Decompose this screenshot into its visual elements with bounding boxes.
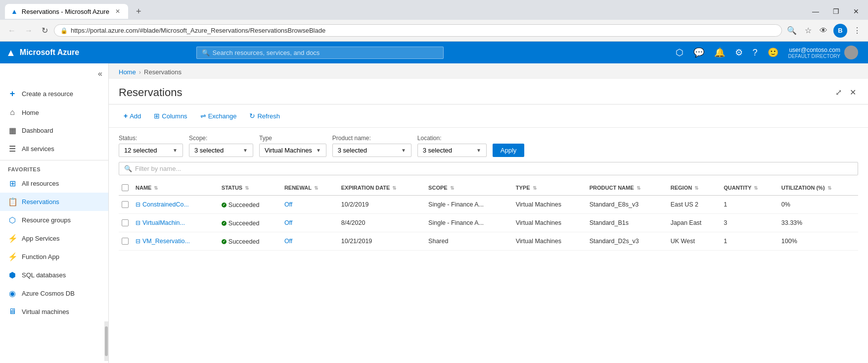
exchange-button[interactable]: ⇌ Exchange [195,109,242,122]
breadcrumb-home-link[interactable]: Home [119,68,136,76]
topbar-user[interactable]: user@contoso.com DEFAULT DIRECTORY [784,44,862,61]
renewal-link-2[interactable]: Off [284,238,292,245]
apply-button[interactable]: Apply [493,144,525,157]
add-button[interactable]: + Add [119,109,146,122]
sidebar-item-home[interactable]: ⌂ Home [0,104,108,121]
cell-renewal-0: Off [281,196,338,214]
sidebar-item-reservations[interactable]: 📋 Reservations [0,193,108,211]
blade-close-icon[interactable]: ✕ [848,86,858,99]
refresh-button[interactable]: ↻ [39,24,51,37]
search-input[interactable] [213,49,438,56]
utilization-sort-icon: ⇅ [827,185,831,191]
location-filter-select[interactable]: 3 selected ▼ [417,144,487,157]
renewal-link-1[interactable]: Off [284,219,292,226]
col-expiration-date[interactable]: EXPIRATION DATE ⇅ [338,180,425,196]
address-bar[interactable]: 🔒 https://portal.azure.com/#blade/Micros… [54,24,782,37]
sidebar-collapse-button[interactable]: « [96,67,104,80]
col-type[interactable]: TYPE ⇅ [513,180,587,196]
type-filter-value: Virtual Machines [265,147,312,154]
row-select-checkbox-2[interactable] [122,238,129,245]
sidebar-item-label: All resources [22,180,59,187]
forward-button[interactable]: → [22,24,36,37]
azure-global-search[interactable]: 🔍 [196,47,444,59]
quantity-value-1: 3 [724,219,727,226]
favorites-icon[interactable]: ☆ [803,24,814,37]
row-checkbox-1[interactable] [119,214,133,232]
sidebar-item-dashboard[interactable]: ▦ Dashboard [0,121,108,140]
back-button[interactable]: ← [5,24,19,37]
status-filter-select[interactable]: 12 selected ▼ [119,144,183,157]
select-all-checkbox[interactable] [122,184,129,191]
sidebar-item-all-services[interactable]: ☰ All services [0,140,108,158]
minimize-button[interactable]: — [808,6,823,16]
scope-sort-icon: ⇅ [450,185,454,191]
status-badge-0: Succeeded [222,202,260,208]
col-status[interactable]: STATUS ⇅ [219,180,281,196]
azure-favicon: ▲ [11,7,18,15]
sidebar-item-function-app[interactable]: ⚡ Function App [0,248,108,266]
notifications-icon[interactable]: 🔔 [710,44,729,61]
col-renewal[interactable]: RENEWAL ⇅ [281,180,338,196]
reservation-name-link-0[interactable]: ConstrainedCo... [142,201,189,208]
cell-product-name-0: Standard_E8s_v3 [587,196,668,214]
status-text-1: Succeeded [228,220,260,227]
browser-user-avatar[interactable]: B [833,24,847,38]
utilization-value-1: 33.33% [781,219,802,226]
status-filter-label: Status: [119,135,183,142]
close-button[interactable]: ✕ [849,6,863,16]
url-display: https://portal.azure.com/#blade/Microsof… [71,27,776,34]
sidebar-item-sql-databases[interactable]: ⬢ SQL databases [0,266,108,284]
col-product-name-label: PRODUCT NAME [590,185,634,191]
browser-menu-icon[interactable]: ⋮ [851,24,863,37]
maximize-button[interactable]: ❐ [829,6,843,16]
region-value-0: East US 2 [671,201,698,208]
renewal-link-0[interactable]: Off [284,201,292,208]
new-tab-button[interactable]: + [132,4,145,19]
col-quantity[interactable]: QUANTITY ⇅ [721,180,778,196]
row-checkbox-2[interactable] [119,232,133,251]
row-select-checkbox-0[interactable] [122,201,129,208]
browser-search-icon[interactable]: 🔍 [785,24,799,37]
sidebar-item-create-resource[interactable]: + Create a resource [0,84,108,104]
tab-close-button[interactable]: ✕ [113,7,122,16]
all-resources-icon: ⊞ [8,179,17,188]
filter-search-input[interactable] [135,165,853,172]
breadcrumb-current: Reservations [144,68,182,76]
blade-header: Reservations ⤢ ✕ [109,79,868,104]
window-controls: — ❐ ✕ [808,6,863,16]
help-icon[interactable]: ? [749,45,762,61]
col-region[interactable]: REGION ⇅ [668,180,721,196]
filter-search-bar[interactable]: 🔍 [119,162,858,175]
status-badge-1: Succeeded [222,220,260,227]
eye-icon[interactable]: 👁 [818,24,829,37]
feedback-icon[interactable]: 💬 [689,44,708,61]
col-utilization[interactable]: UTILIZATION (%) ⇅ [778,180,858,196]
reservation-name-link-2[interactable]: VM_Reservatio... [142,238,190,245]
col-product-name[interactable]: PRODUCT NAME ⇅ [587,180,668,196]
scope-filter-select[interactable]: 3 selected ▼ [189,144,253,157]
type-filter-select[interactable]: Virtual Machines ▼ [259,144,326,157]
columns-button[interactable]: ⊞ Columns [149,109,192,122]
sidebar-item-all-resources[interactable]: ⊞ All resources [0,174,108,193]
add-icon: + [124,112,128,120]
row-select-checkbox-1[interactable] [122,219,129,226]
refresh-button[interactable]: ↻ Refresh [244,109,285,122]
sidebar-item-app-services[interactable]: ⚡ App Services [0,229,108,248]
cell-expiration-0: 10/2/2019 [338,196,425,214]
col-scope[interactable]: SCOPE ⇅ [425,180,513,196]
product-name-filter-select[interactable]: 3 selected ▼ [332,144,411,157]
sidebar-item-virtual-machines[interactable]: 🖥 Virtual machines [0,303,108,319]
smile-icon[interactable]: 🙂 [764,44,782,61]
reservation-name-link-1[interactable]: VirtualMachin... [142,219,185,226]
browser-tab[interactable]: ▲ Reservations - Microsoft Azure ✕ [5,4,128,19]
cloud-shell-icon[interactable]: ⬡ [672,44,687,61]
col-quantity-label: QUANTITY [724,185,751,191]
select-all-header[interactable] [119,180,133,196]
cell-quantity-0: 1 [721,196,778,214]
sidebar-item-cosmos-db[interactable]: ◉ Azure Cosmos DB [0,284,108,303]
sidebar-item-resource-groups[interactable]: ⬡ Resource groups [0,211,108,229]
row-checkbox-0[interactable] [119,196,133,214]
blade-expand-icon[interactable]: ⤢ [833,86,844,99]
col-name[interactable]: NAME ⇅ [133,180,219,196]
settings-icon[interactable]: ⚙ [731,44,747,61]
